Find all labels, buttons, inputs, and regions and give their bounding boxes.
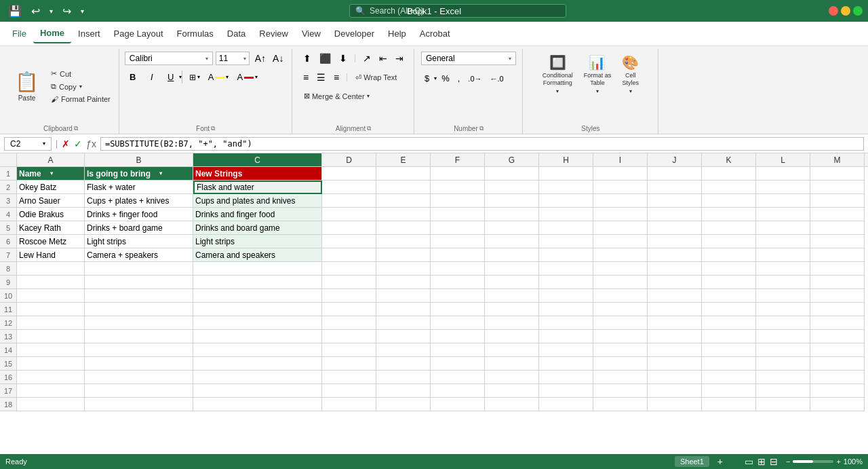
font-shrink-button[interactable]: A↓ (270, 52, 286, 64)
cell-i16[interactable] (593, 371, 648, 384)
cell-g14[interactable] (485, 343, 539, 357)
menu-data[interactable]: Data (220, 24, 252, 43)
cell-f2[interactable] (431, 181, 485, 194)
cell-f7[interactable] (431, 248, 485, 262)
insert-function-icon[interactable]: ƒx (86, 138, 96, 149)
row-num-12[interactable]: 12 (0, 316, 17, 330)
cell-m13[interactable] (810, 330, 865, 343)
cell-j4[interactable] (648, 208, 702, 221)
cell-e14[interactable] (376, 343, 431, 357)
merge-center-button[interactable]: ⊠ Merge & Center ▾ (300, 90, 374, 102)
cell-i18[interactable] (593, 398, 648, 411)
row-num-3[interactable]: 3 (0, 194, 17, 208)
font-color-dropdown-icon[interactable]: ▾ (255, 74, 258, 80)
cell-m18[interactable] (810, 398, 865, 411)
col-header-m[interactable]: M (810, 153, 865, 166)
cell-k2[interactable] (702, 181, 756, 194)
cell-j1[interactable] (648, 167, 702, 181)
cell-d5[interactable] (322, 221, 376, 235)
cell-j3[interactable] (648, 194, 702, 208)
font-grow-button[interactable]: A↑ (252, 52, 269, 64)
cell-m14[interactable] (810, 343, 865, 357)
cell-c8[interactable] (193, 262, 322, 276)
zoom-out-button[interactable]: − (786, 457, 790, 466)
cell-b14[interactable] (85, 343, 193, 357)
cell-b15[interactable] (85, 357, 193, 371)
cell-j17[interactable] (648, 384, 702, 398)
cell-b3[interactable]: Cups + plates + knives (85, 194, 193, 208)
percent-button[interactable]: % (438, 72, 453, 85)
col-header-h[interactable]: H (539, 153, 593, 166)
cell-i2[interactable] (593, 181, 648, 194)
minimize-btn[interactable] (841, 6, 850, 16)
cell-f1[interactable] (431, 167, 485, 181)
cell-c5[interactable]: Drinks and board game (193, 221, 322, 235)
menu-help[interactable]: Help (381, 24, 413, 43)
cell-b2[interactable]: Flask + water (85, 181, 193, 194)
cell-d13[interactable] (322, 330, 376, 343)
row-num-14[interactable]: 14 (0, 343, 17, 357)
cell-g16[interactable] (485, 371, 539, 384)
cell-j5[interactable] (648, 221, 702, 235)
cell-j16[interactable] (648, 371, 702, 384)
cell-d8[interactable] (322, 262, 376, 276)
cell-k3[interactable] (702, 194, 756, 208)
cell-l8[interactable] (756, 262, 810, 276)
cell-c1[interactable]: New Strings (193, 167, 322, 181)
cell-a14[interactable] (17, 343, 85, 357)
cell-h2[interactable] (539, 181, 593, 194)
cell-j8[interactable] (648, 262, 702, 276)
menu-formulas[interactable]: Formulas (170, 24, 220, 43)
cell-g15[interactable] (485, 357, 539, 371)
conditional-formatting-button[interactable]: 🔲 ConditionalFormatting ▾ (538, 52, 577, 97)
cell-d2[interactable] (322, 181, 376, 194)
cell-h3[interactable] (539, 194, 593, 208)
cell-j11[interactable] (648, 303, 702, 316)
cell-c11[interactable] (193, 303, 322, 316)
cell-c6[interactable]: Light strips (193, 235, 322, 248)
format-as-table-button[interactable]: 📊 Format asTable ▾ (580, 52, 616, 97)
cell-a13[interactable] (17, 330, 85, 343)
font-expand-icon[interactable]: ⧉ (211, 125, 215, 132)
cell-reference-box[interactable]: C2 ▾ (4, 137, 52, 151)
cell-a3[interactable]: Arno Sauer (17, 194, 85, 208)
col-header-k[interactable]: K (702, 153, 756, 166)
cell-m8[interactable] (810, 262, 865, 276)
cell-l16[interactable] (756, 371, 810, 384)
cell-d10[interactable] (322, 289, 376, 303)
cell-a7[interactable]: Lew Hand (17, 248, 85, 262)
cell-h16[interactable] (539, 371, 593, 384)
cell-h5[interactable] (539, 221, 593, 235)
cell-i9[interactable] (593, 276, 648, 289)
redo-icon[interactable]: ↪ (60, 3, 74, 19)
cell-g2[interactable] (485, 181, 539, 194)
cell-l9[interactable] (756, 276, 810, 289)
align-middle-button[interactable]: ⬛ (316, 52, 334, 65)
paste-button[interactable]: 📋 Paste (8, 52, 45, 121)
cell-i1[interactable] (593, 167, 648, 181)
cell-h11[interactable] (539, 303, 593, 316)
cell-m15[interactable] (810, 357, 865, 371)
cell-l4[interactable] (756, 208, 810, 221)
cell-ref-dropdown-icon[interactable]: ▾ (43, 140, 45, 147)
cell-b1[interactable]: Is going to bring ▾ (85, 167, 193, 181)
cell-e11[interactable] (376, 303, 431, 316)
cell-a12[interactable] (17, 316, 85, 330)
cell-e8[interactable] (376, 262, 431, 276)
cell-c2[interactable]: Flask and water (193, 181, 322, 194)
menu-home[interactable]: Home (33, 24, 71, 43)
cell-h17[interactable] (539, 384, 593, 398)
col-header-g[interactable]: G (485, 153, 539, 166)
cell-i17[interactable] (593, 384, 648, 398)
cell-e2[interactable] (376, 181, 431, 194)
menu-file[interactable]: File (5, 24, 33, 43)
cell-d4[interactable] (322, 208, 376, 221)
decimal-decrease-button[interactable]: ←.0 (487, 73, 507, 84)
cell-k12[interactable] (702, 316, 756, 330)
row-num-1[interactable]: 1 (0, 167, 17, 181)
copy-button[interactable]: ⧉ Copy ▾ (48, 81, 113, 92)
align-left-button[interactable]: ≡ (300, 71, 312, 84)
font-color-button[interactable]: A ▾ (234, 71, 260, 83)
cell-b17[interactable] (85, 384, 193, 398)
cell-f6[interactable] (431, 235, 485, 248)
